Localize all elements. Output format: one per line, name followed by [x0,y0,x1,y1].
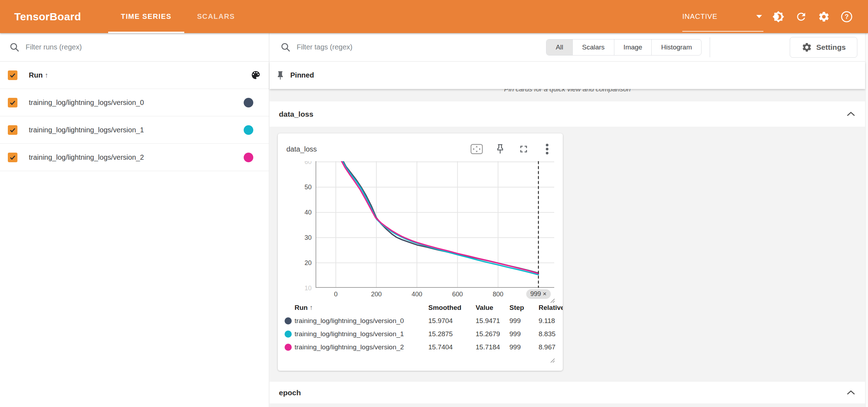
run-color-dot[interactable] [244,153,253,162]
y-tick-label-faded: 60 [293,161,312,166]
filter-chip-all[interactable]: All [546,39,573,55]
select-all-checkbox[interactable] [8,70,17,80]
main-panel: Filter tags (regex) AllScalarsImageHisto… [270,33,865,407]
filter-chip-histogram[interactable]: Histogram [652,39,701,55]
search-icon [280,42,291,53]
run-name: training_log/lightning_logs/version_1 [29,126,244,134]
more-vert-icon[interactable] [539,141,555,157]
cell-run: training_log/lightning_logs/version_1 [295,330,428,338]
brightness-icon[interactable] [767,5,790,28]
filter-chip-image[interactable]: Image [614,39,652,55]
tab-time-series[interactable]: TIME SERIES [108,0,184,33]
tag-type-filter-group: AllScalarsImageHistogram [546,39,702,56]
runs-column-header[interactable]: Run ↑ [29,71,250,79]
collapse-chevron-icon[interactable] [846,111,856,117]
cell-value: 15.7184 [476,343,509,351]
cell-value: 15.2679 [476,330,509,338]
sort-arrow-icon: ↑ [44,71,48,79]
cell-relative: 8.835 [539,330,563,338]
settings-button[interactable]: Settings [790,37,857,58]
run-row-version_2[interactable]: training_log/lightning_logs/version_2 [0,144,269,171]
section-data-loss[interactable]: data_loss [270,101,865,127]
tab-scalars[interactable]: SCALARS [184,0,248,33]
chevron-down-icon [756,15,762,18]
card-title: data_loss [286,145,317,153]
collapse-chevron-icon[interactable] [846,390,856,396]
gear-icon[interactable] [813,5,835,28]
tag-filter-row: Filter tags (regex) AllScalarsImageHisto… [270,33,865,62]
active-tab-underline [108,32,184,33]
tensorboard-app: TensorBoard TIME SERIES SCALARS INACTIVE [0,0,868,407]
runs-sidebar: Filter runs (regex) Run ↑ training_log/l… [0,33,269,407]
table-row-version_2: training_log/lightning_logs/version_215.… [285,340,563,354]
cell-smoothed: 15.2875 [428,330,476,338]
run-color-dot[interactable] [244,125,253,135]
status-value: INACTIVE [682,12,718,21]
runs-list: training_log/lightning_logs/version_0tra… [0,89,269,171]
gear-icon [801,42,812,53]
cell-run: training_log/lightning_logs/version_0 [295,317,428,325]
card-toolbar [469,141,555,157]
cell-step: 999 [509,317,539,325]
palette-icon[interactable] [250,70,261,80]
x-tick-label: 0 [334,291,338,298]
search-icon [9,42,20,53]
table-header-row: Run ↑SmoothedValueStepRelative [285,301,563,314]
pin-icon[interactable] [492,141,508,157]
run-color-dot [285,317,292,324]
cell-relative: 8.967 [539,343,563,351]
fullscreen-icon[interactable] [516,141,531,157]
y-tick-label: 20 [293,259,312,267]
nav-tabs: TIME SERIES SCALARS [108,0,248,33]
scalar-card-data-loss: data_loss 203040501060 0200400600800999 … [278,133,563,371]
chart-x-axis: 0200400600800999 × [287,289,563,301]
x-tick-label: 800 [493,291,503,298]
run-checkbox[interactable] [8,125,17,135]
table-row-version_0: training_log/lightning_logs/version_015.… [285,314,563,327]
fit-domain-icon[interactable] [469,141,485,157]
cell-run: training_log/lightning_logs/version_2 [295,343,428,351]
run-name: training_log/lightning_logs/version_0 [29,99,244,107]
dropdown-underline [682,31,763,32]
pin-icon [275,70,285,80]
help-icon[interactable]: ? [835,5,858,28]
step-cursor-tag[interactable]: 999 × [526,289,551,299]
filter-chip-scalars[interactable]: Scalars [573,39,614,55]
app-header: TensorBoard TIME SERIES SCALARS INACTIVE [0,0,868,33]
run-filter-row: Filter runs (regex) [0,33,269,62]
runs-header-row: Run ↑ [0,62,269,89]
run-filter-input[interactable]: Filter runs (regex) [26,43,260,51]
resize-handle-icon[interactable] [550,358,555,363]
header-actions: INACTIVE ? [682,0,858,33]
x-tick-label: 400 [412,291,422,298]
table-row-version_1: training_log/lightning_logs/version_115.… [285,327,563,340]
x-tick-label: 600 [452,291,463,298]
refresh-icon[interactable] [790,5,813,28]
run-row-version_1[interactable]: training_log/lightning_logs/version_1 [0,116,269,144]
y-tick-label: 50 [293,183,312,191]
run-checkbox[interactable] [8,153,17,162]
cell-smoothed: 15.7404 [428,343,476,351]
y-tick-label: 40 [293,208,312,217]
run-name: training_log/lightning_logs/version_2 [29,153,244,162]
cell-step: 999 [509,330,539,338]
run-color-dot [285,344,292,351]
toolbar-divider [710,37,710,57]
scrollbar-track[interactable] [865,33,868,407]
loss-chart[interactable]: 203040501060 [287,161,563,291]
section-epoch[interactable]: epoch [270,382,865,403]
cell-value: 15.9471 [476,317,509,325]
run-color-dot[interactable] [244,98,253,107]
cell-relative: 9.118 [539,317,563,325]
svg-text:?: ? [845,13,848,20]
cell-step: 999 [509,343,539,351]
run-checkbox[interactable] [8,98,17,107]
pinned-section-header: Pinned [270,62,865,89]
reload-status-dropdown[interactable]: INACTIVE [682,0,767,33]
run-color-dot [285,331,292,338]
run-row-version_0[interactable]: training_log/lightning_logs/version_0 [0,89,269,116]
cell-smoothed: 15.9704 [428,317,476,325]
run-values-table: Run ↑SmoothedValueStepRelativetraining_l… [285,301,563,354]
x-tick-label: 200 [371,291,382,298]
app-logo: TensorBoard [14,11,81,23]
